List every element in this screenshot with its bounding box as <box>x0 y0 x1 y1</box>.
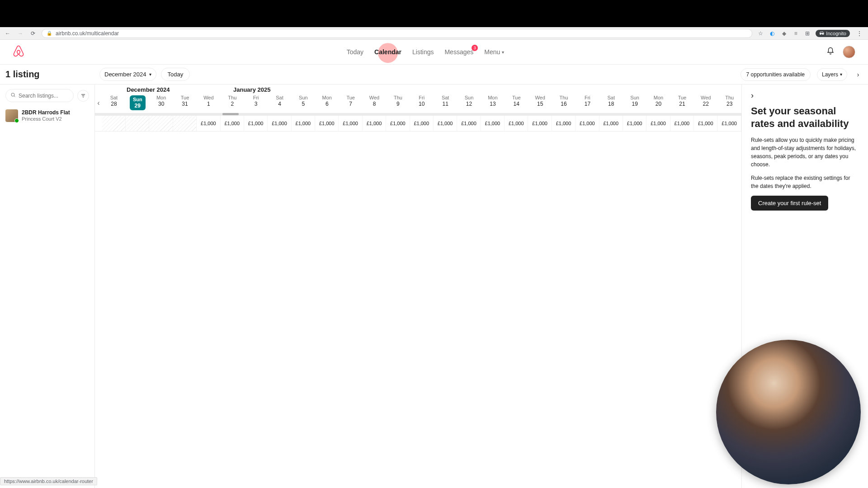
extension-icon-3[interactable]: ≡ <box>792 30 799 37</box>
price-cell[interactable]: £1,000 <box>646 116 670 131</box>
price-cell[interactable]: £1,000 <box>363 116 386 131</box>
price-cell[interactable]: £1,000 <box>315 116 339 131</box>
day-header-cell[interactable]: Fri10 <box>410 93 434 113</box>
panel-paragraph-2: Rule-sets replace the existing settings … <box>751 174 859 190</box>
price-cell[interactable]: £1,000 <box>623 116 646 131</box>
day-header-cell[interactable]: Mon13 <box>481 93 505 113</box>
price-cell[interactable]: £1,000 <box>434 116 457 131</box>
main-area: Search listings... 2BDR Harrods Flat Pri… <box>0 84 868 488</box>
price-cell[interactable]: £1,000 <box>717 116 741 131</box>
scroll-right-button[interactable]: › <box>854 70 863 79</box>
nav-menu[interactable]: Menu ▾ <box>484 48 504 56</box>
lock-icon: 🔒 <box>47 31 52 36</box>
listing-price-row: £1,000£1,000£1,000£1,000£1,000£1,000£1,0… <box>95 115 741 131</box>
day-header-cell[interactable]: Mon30 <box>149 93 173 113</box>
month-label-december: December 2024 <box>95 86 231 93</box>
price-cell[interactable]: £1,000 <box>292 116 315 131</box>
day-header-cell[interactable]: Wed22 <box>694 93 717 113</box>
user-avatar[interactable] <box>843 46 855 58</box>
price-cell[interactable]: £1,000 <box>268 116 291 131</box>
price-cell[interactable]: £1,000 <box>694 116 717 131</box>
browser-reload-button[interactable]: ⟳ <box>29 29 37 38</box>
day-header-cell[interactable]: Sat11 <box>434 93 457 113</box>
day-header-cell[interactable]: Sun29 <box>126 93 149 113</box>
price-cell[interactable] <box>126 116 149 131</box>
browser-omnibox[interactable]: 🔒 airbnb.co.uk/multicalendar <box>42 29 752 38</box>
scroll-left-button[interactable]: ‹ <box>95 93 102 113</box>
price-cell[interactable]: £1,000 <box>552 116 576 131</box>
price-cell[interactable] <box>173 116 197 131</box>
day-header-cell[interactable]: Sun5 <box>292 93 315 113</box>
browser-chrome: ← → ⟳ 🔒 airbnb.co.uk/multicalendar ☆ ◐ ◆… <box>0 27 868 40</box>
browser-menu-icon[interactable]: ⋮ <box>854 30 864 37</box>
panel-expand-icon[interactable]: › <box>751 91 859 100</box>
day-header-cell[interactable]: Tue14 <box>505 93 528 113</box>
main-nav: Today Calendar Listings Messages 3 Menu … <box>24 48 826 56</box>
today-button[interactable]: Today <box>161 68 190 81</box>
nav-messages-label: Messages <box>444 48 473 56</box>
browser-forward-button[interactable]: → <box>16 29 24 38</box>
price-cell[interactable]: £1,000 <box>670 116 694 131</box>
browser-back-button[interactable]: ← <box>4 29 12 38</box>
browser-status-bar: https://www.airbnb.co.uk/calendar-router <box>0 477 97 485</box>
day-header-cell[interactable]: Thu23 <box>717 93 741 113</box>
opportunities-button[interactable]: 7 opportunities available <box>741 68 811 81</box>
day-header-cell[interactable]: Mon20 <box>646 93 670 113</box>
day-header-cell[interactable]: Sat4 <box>268 93 291 113</box>
day-header-cell[interactable]: Thu16 <box>552 93 576 113</box>
price-cell[interactable]: £1,000 <box>505 116 528 131</box>
puzzle-icon[interactable]: ⊞ <box>804 30 811 37</box>
listing-count-title: 1 listing <box>5 69 95 80</box>
day-header-cell[interactable]: Thu9 <box>386 93 410 113</box>
price-cell[interactable]: £1,000 <box>339 116 362 131</box>
day-header-cell[interactable]: Fri3 <box>244 93 268 113</box>
extension-icon[interactable]: ◐ <box>769 30 776 37</box>
price-cell[interactable]: £1,000 <box>528 116 552 131</box>
nav-listings[interactable]: Listings <box>412 48 434 56</box>
nav-menu-label: Menu <box>484 48 500 56</box>
chevron-down-icon: ▾ <box>840 72 842 77</box>
browser-url: airbnb.co.uk/multicalendar <box>56 30 119 37</box>
price-cell[interactable]: £1,000 <box>410 116 434 131</box>
search-listings-input[interactable]: Search listings... <box>5 89 74 102</box>
day-header-cell[interactable]: Sat18 <box>599 93 623 113</box>
price-cell[interactable]: £1,000 <box>221 116 244 131</box>
price-cell[interactable] <box>102 116 126 131</box>
search-placeholder: Search listings... <box>19 93 58 99</box>
day-header-cell[interactable]: Sun12 <box>457 93 481 113</box>
layers-button[interactable]: Layers ▾ <box>817 68 847 81</box>
day-header-cell[interactable]: Fri17 <box>576 93 599 113</box>
day-header-cell[interactable]: Tue31 <box>173 93 197 113</box>
nav-calendar-label: Calendar <box>374 48 401 56</box>
day-header-cell[interactable]: Tue21 <box>670 93 694 113</box>
bookmark-icon[interactable]: ☆ <box>757 30 764 37</box>
price-cell[interactable]: £1,000 <box>197 116 220 131</box>
price-cell[interactable]: £1,000 <box>481 116 505 131</box>
day-header-cell[interactable]: Wed15 <box>528 93 552 113</box>
incognito-icon: 🕶 <box>819 31 824 36</box>
nav-messages[interactable]: Messages 3 <box>444 48 473 56</box>
listing-item[interactable]: 2BDR Harrods Flat Princess Court V2 <box>5 109 89 122</box>
day-header-cell[interactable]: Wed8 <box>363 93 386 113</box>
day-header-cell[interactable]: Wed1 <box>197 93 220 113</box>
nav-today[interactable]: Today <box>347 48 363 56</box>
price-cell[interactable] <box>149 116 173 131</box>
price-cell[interactable]: £1,000 <box>576 116 599 131</box>
day-header-cell[interactable]: Sun19 <box>623 93 646 113</box>
price-cell[interactable]: £1,000 <box>386 116 410 131</box>
price-cell[interactable]: £1,000 <box>599 116 623 131</box>
day-header-cell[interactable]: Mon6 <box>315 93 339 113</box>
day-header-cell[interactable]: Tue7 <box>339 93 362 113</box>
create-ruleset-button[interactable]: Create your first rule-set <box>751 196 828 211</box>
nav-calendar[interactable]: Calendar <box>374 48 401 56</box>
airbnb-logo[interactable] <box>13 45 24 59</box>
day-header-cell[interactable]: Thu2 <box>221 93 244 113</box>
day-header-cell[interactable]: Sat28 <box>102 93 126 113</box>
price-cell[interactable]: £1,000 <box>244 116 268 131</box>
month-selector[interactable]: December 2024 ▾ <box>99 68 156 81</box>
panel-title: Set your seasonal rates and availability <box>751 105 859 130</box>
price-cell[interactable]: £1,000 <box>457 116 481 131</box>
extension-icon-2[interactable]: ◆ <box>780 30 788 37</box>
filter-button[interactable] <box>77 90 89 102</box>
notifications-icon[interactable] <box>826 47 835 57</box>
